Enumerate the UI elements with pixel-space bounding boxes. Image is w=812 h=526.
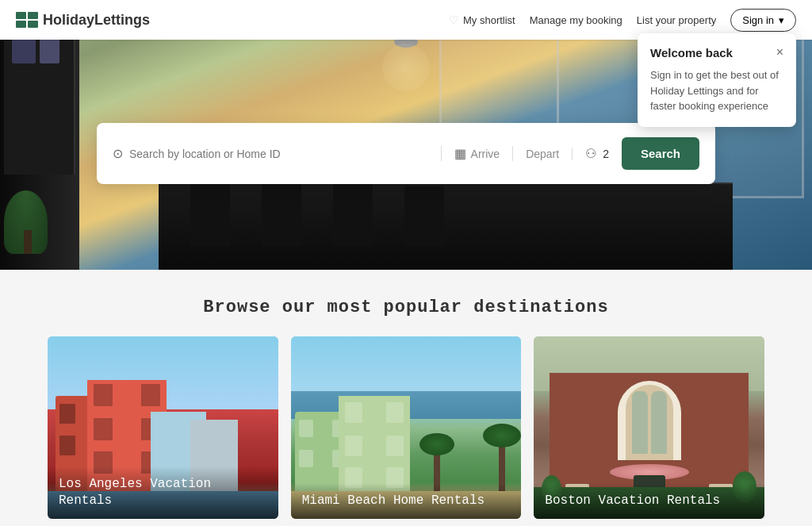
- location-pin-icon: ⊙: [113, 146, 123, 161]
- popup-header: Welcome back ×: [650, 46, 783, 60]
- hero-chair1: [190, 182, 230, 246]
- chevron-down-icon: ▾: [779, 14, 784, 26]
- arrive-date-field[interactable]: ▦ Arrive: [442, 146, 514, 161]
- la-label-text: Los Angeles Vacation Rentals: [59, 476, 267, 509]
- header-nav: ♡ My shortlist Manage my booking List yo…: [449, 9, 796, 32]
- list-property-label: List your property: [637, 14, 716, 26]
- browse-section: Browse our most popular destinations: [0, 274, 812, 526]
- miami-label-text: Miami Beach Home Rentals: [302, 493, 511, 509]
- depart-date-field[interactable]: Depart: [513, 148, 573, 160]
- search-input[interactable]: [129, 148, 431, 160]
- calendar-arrive-icon: ▦: [454, 146, 466, 161]
- shortlist-label: My shortlist: [463, 14, 515, 26]
- popup-title: Welcome back: [650, 46, 733, 60]
- destination-card-boston[interactable]: Boston Vacation Rentals: [534, 336, 764, 519]
- browse-title: Browse our most popular destinations: [48, 298, 764, 317]
- search-location-field: ⊙: [113, 146, 442, 161]
- destinations-grid: Los Angeles Vacation Rentals: [48, 336, 764, 519]
- boston-label: Boston Vacation Rentals: [534, 483, 764, 519]
- guests-icon: ⚇: [585, 146, 596, 161]
- search-bar: ⊙ ▦ Arrive Depart ⚇ 2 Search: [97, 123, 715, 184]
- welcome-popup: Welcome back × Sign in to get the best o…: [638, 33, 796, 127]
- destination-card-miami[interactable]: Miami Beach Home Rentals: [291, 336, 522, 519]
- hero-chair3: [333, 182, 373, 246]
- hero-chair4: [404, 186, 444, 246]
- sign-in-label: Sign in: [742, 14, 774, 26]
- hero-plant-stem: [24, 230, 32, 254]
- logo[interactable]: HolidayLettings: [16, 12, 150, 29]
- heart-icon: ♡: [449, 13, 459, 26]
- guests-count: 2: [603, 148, 609, 160]
- destination-card-los-angeles[interactable]: Los Angeles Vacation Rentals: [48, 336, 278, 519]
- boston-label-text: Boston Vacation Rentals: [545, 493, 753, 509]
- manage-booking-label: Manage my booking: [530, 14, 622, 26]
- popup-message: Sign in to get the best out of Holiday L…: [650, 67, 783, 114]
- depart-label: Depart: [526, 148, 559, 160]
- manage-booking-link[interactable]: Manage my booking: [530, 14, 622, 26]
- boston-pane-2: [651, 391, 667, 454]
- arrive-label: Arrive: [471, 148, 500, 160]
- list-property-link[interactable]: List your property: [637, 14, 716, 26]
- shortlist-link[interactable]: ♡ My shortlist: [449, 13, 515, 26]
- boston-pane-1: [632, 391, 648, 454]
- logo-text: HolidayLettings: [43, 12, 150, 29]
- search-button[interactable]: Search: [622, 137, 699, 170]
- la-label: Los Angeles Vacation Rentals: [48, 466, 278, 519]
- boston-window-inner: [626, 385, 673, 460]
- hero-chair2: [262, 179, 301, 246]
- hero-dining-table: [159, 182, 733, 270]
- guests-field[interactable]: ⚇ 2: [573, 146, 622, 161]
- sign-in-button[interactable]: Sign in ▾: [730, 9, 796, 32]
- logo-icon: [16, 12, 38, 28]
- boston-arch-window: [618, 381, 681, 460]
- miami-building-green-2: [339, 396, 410, 491]
- popup-close-button[interactable]: ×: [776, 46, 783, 59]
- miami-label: Miami Beach Home Rentals: [291, 483, 522, 519]
- hero-lamp-glow: [382, 44, 430, 91]
